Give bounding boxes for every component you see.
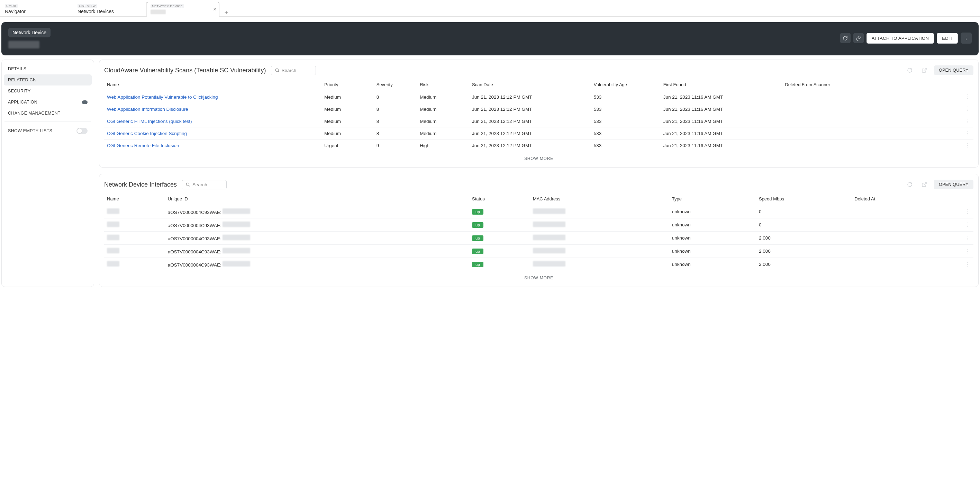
row-menu-icon[interactable]: ⋮ <box>947 205 974 218</box>
cell-type: unknown <box>669 258 756 271</box>
cell-scan-date: Jun 21, 2023 12:12 PM GMT <box>469 140 591 151</box>
attach-to-application-button[interactable]: ATTACH TO APPLICATION <box>867 33 934 44</box>
cell-scan-date: Jun 21, 2023 12:12 PM GMT <box>469 127 591 140</box>
row-menu-icon[interactable]: ⋮ <box>947 232 974 245</box>
col-severity[interactable]: Severity <box>374 79 417 91</box>
search-input-wrapper[interactable] <box>271 66 316 75</box>
search-input[interactable] <box>192 182 216 187</box>
cell-age: 533 <box>591 127 660 140</box>
sidebar-item-change-management[interactable]: CHANGE MANAGEMENT <box>4 108 92 119</box>
panel-open-external-icon[interactable] <box>920 65 929 75</box>
col-status[interactable]: Status <box>469 193 530 205</box>
panel-refresh-icon[interactable] <box>905 65 915 75</box>
cell-name[interactable] <box>104 232 165 245</box>
table-row: aOS7V0000004C93WAE: upunknown2,000⋮ <box>104 232 974 245</box>
link-icon[interactable] <box>853 33 864 43</box>
cell-name[interactable] <box>104 258 165 271</box>
col-risk[interactable]: Risk <box>417 79 469 91</box>
table-row: CGI Generic Cookie Injection ScriptingMe… <box>104 127 974 140</box>
row-menu-icon[interactable]: ⋮ <box>939 103 974 115</box>
row-menu-icon[interactable]: ⋮ <box>939 91 974 103</box>
table-row: aOS7V0000004C93WAE: upunknown2,000⋮ <box>104 258 974 271</box>
col-mac[interactable]: MAC Address <box>530 193 669 205</box>
tab-overline: NETWORK DEVICE <box>151 4 184 8</box>
edit-button[interactable]: EDIT <box>937 33 958 44</box>
cell-deleted <box>782 91 939 103</box>
vulnerability-scans-table: Name Priority Severity Risk Scan Date Vu… <box>104 79 974 151</box>
row-menu-icon[interactable]: ⋮ <box>939 115 974 127</box>
record-type-chip: Network Device <box>8 28 51 37</box>
cell-deleted-at <box>852 205 947 218</box>
vuln-name-link[interactable]: Web Application Information Disclosure <box>107 107 188 112</box>
more-actions-icon[interactable]: ⋮ <box>961 33 972 44</box>
col-vuln-age[interactable]: Vulnerability Age <box>591 79 660 91</box>
search-input[interactable] <box>282 68 306 73</box>
cell-age: 533 <box>591 103 660 115</box>
table-header-row: Name Priority Severity Risk Scan Date Vu… <box>104 79 974 91</box>
col-name[interactable]: Name <box>104 193 165 205</box>
tab-network-device-detail[interactable]: NETWORK DEVICE × <box>147 2 220 17</box>
cell-risk: High <box>417 140 469 151</box>
vuln-name-link[interactable]: CGI Generic Cookie Injection Scripting <box>107 131 187 136</box>
row-menu-icon[interactable]: ⋮ <box>947 245 974 258</box>
close-icon[interactable]: × <box>213 6 216 12</box>
row-menu-icon[interactable]: ⋮ <box>939 127 974 140</box>
cell-status: up <box>469 258 530 271</box>
panel-refresh-icon[interactable] <box>905 180 915 189</box>
panel-open-external-icon[interactable] <box>920 180 929 189</box>
search-input-wrapper[interactable] <box>182 180 227 189</box>
table-row: aOS7V0000004C93WAE: upunknown0⋮ <box>104 218 974 232</box>
open-query-button[interactable]: OPEN QUERY <box>934 65 974 75</box>
vuln-name-link[interactable]: Web Application Potentially Vulnerable t… <box>107 94 218 100</box>
vuln-name-link[interactable]: CGI Generic HTML Injections (quick test) <box>107 119 192 124</box>
show-more-button[interactable]: SHOW MORE <box>104 151 974 164</box>
cell-name[interactable] <box>104 218 165 232</box>
col-deleted[interactable]: Deleted From Scanner <box>782 79 939 91</box>
col-name[interactable]: Name <box>104 79 321 91</box>
cell-name[interactable] <box>104 245 165 258</box>
cell-age: 533 <box>591 140 660 151</box>
show-more-button[interactable]: SHOW MORE <box>104 271 974 283</box>
search-icon <box>186 182 190 187</box>
col-type[interactable]: Type <box>669 193 756 205</box>
col-speed[interactable]: Speed Mbps <box>756 193 852 205</box>
tab-network-devices[interactable]: LIST VIEW Network Devices <box>74 2 147 16</box>
cell-deleted-at <box>852 245 947 258</box>
svg-point-1 <box>186 183 189 186</box>
cell-name[interactable] <box>104 205 165 218</box>
table-row: Web Application Potentially Vulnerable t… <box>104 91 974 103</box>
row-menu-icon[interactable]: ⋮ <box>947 258 974 271</box>
sidebar-item-related-cis[interactable]: RELATED CIs <box>4 75 92 86</box>
cell-mac <box>530 232 669 245</box>
cell-speed: 2,000 <box>756 258 852 271</box>
col-deleted-at[interactable]: Deleted At <box>852 193 947 205</box>
cell-unique-id: aOS7V0000004C93WAE: <box>165 245 469 258</box>
cell-risk: Medium <box>417 91 469 103</box>
col-priority[interactable]: Priority <box>321 79 374 91</box>
tabs-bar: CMDB Navigator LIST VIEW Network Devices… <box>0 0 980 17</box>
cell-status: up <box>469 245 530 258</box>
add-tab-button[interactable]: + <box>220 9 233 16</box>
open-query-button[interactable]: OPEN QUERY <box>934 180 974 189</box>
col-unique-id[interactable]: Unique ID <box>165 193 469 205</box>
cell-first-found: Jun 21, 2023 11:16 AM GMT <box>660 91 783 103</box>
col-scan-date[interactable]: Scan Date <box>469 79 591 91</box>
indicator-dot-icon <box>82 100 88 104</box>
sidebar-item-application[interactable]: APPLICATION <box>4 97 92 108</box>
cell-risk: Medium <box>417 115 469 127</box>
cell-deleted <box>782 140 939 151</box>
vuln-name-link[interactable]: CGI Generic Remote File Inclusion <box>107 143 179 148</box>
col-first-found[interactable]: First Found <box>660 79 783 91</box>
row-menu-icon[interactable]: ⋮ <box>947 218 974 232</box>
cell-severity: 8 <box>374 103 417 115</box>
tab-navigator[interactable]: CMDB Navigator <box>2 2 74 16</box>
show-empty-toggle[interactable] <box>76 128 88 134</box>
sidebar-item-details[interactable]: DETAILS <box>4 63 92 75</box>
refresh-icon[interactable] <box>840 33 851 43</box>
cell-type: unknown <box>669 232 756 245</box>
cell-deleted <box>782 115 939 127</box>
detail-sidebar: DETAILS RELATED CIs SECURITY APPLICATION… <box>2 59 94 287</box>
row-menu-icon[interactable]: ⋮ <box>939 140 974 151</box>
sidebar-item-security[interactable]: SECURITY <box>4 86 92 97</box>
record-header: Network Device ATTACH TO APPLICATION EDI… <box>2 22 978 56</box>
